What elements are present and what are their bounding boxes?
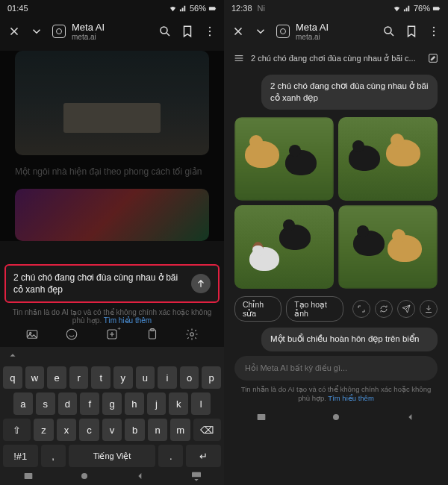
app-title[interactable]: Meta AI meta.ai <box>52 22 149 41</box>
key-,[interactable]: , <box>41 445 66 467</box>
key-b[interactable]: b <box>125 419 145 441</box>
key-f[interactable]: f <box>80 392 99 415</box>
svg-point-9 <box>67 329 78 340</box>
key-↵[interactable]: ↵ <box>186 445 221 467</box>
key-n[interactable]: n <box>148 419 168 441</box>
key-z[interactable]: z <box>34 419 54 441</box>
signal-icon <box>403 4 411 13</box>
bookmark-icon[interactable] <box>405 25 418 38</box>
key-.[interactable]: . <box>158 445 183 467</box>
key-x[interactable]: x <box>57 419 77 441</box>
app-bar: Meta AI meta.ai <box>0 16 224 46</box>
key-y[interactable]: y <box>113 366 133 389</box>
status-icons: 56% <box>169 4 217 13</box>
generated-image-2[interactable] <box>338 117 438 201</box>
keyboard-suggestions <box>0 347 224 363</box>
emoji-icon[interactable] <box>65 328 78 344</box>
nav-recent-icon[interactable] <box>255 411 267 423</box>
expand-icon[interactable] <box>7 350 18 360</box>
clipboard-icon[interactable] <box>146 328 159 344</box>
generated-image-1[interactable] <box>234 117 334 201</box>
input-bar-highlight: 2 chú chó đang chơi đùa cùng nhau ở bãi … <box>4 264 220 303</box>
download-icon[interactable] <box>420 300 438 318</box>
image-icon[interactable] <box>25 328 39 344</box>
close-icon[interactable] <box>231 25 245 38</box>
nav-back-icon[interactable] <box>405 411 417 423</box>
svg-point-22 <box>433 31 435 32</box>
message-input[interactable]: Hỏi Meta AI bất kỳ điều gì... <box>234 356 438 381</box>
edit-button[interactable]: Chỉnh sửa <box>234 296 281 322</box>
key-c[interactable]: c <box>79 419 99 441</box>
status-time: 01:45 <box>7 4 28 13</box>
key-⌫[interactable]: ⌫ <box>193 419 221 441</box>
key-q[interactable]: q <box>3 366 22 389</box>
svg-rect-14 <box>24 473 32 479</box>
key-a[interactable]: a <box>13 392 33 415</box>
more-icon[interactable] <box>203 25 217 38</box>
image-caption: Một ngôi nhà hiện đại theo phong cách tố… <box>0 160 224 181</box>
status-bar: 01:45 56% <box>0 0 224 16</box>
app-bar: Meta AI meta.ai <box>224 16 448 46</box>
text-generate-icon[interactable]: + <box>105 328 119 344</box>
message-input[interactable]: 2 chú chó đang chơi đùa cùng nhau ở bãi … <box>4 264 220 303</box>
nav-home-icon[interactable] <box>330 411 342 423</box>
key-⇧[interactable]: ⇧ <box>3 419 31 441</box>
key-g[interactable]: g <box>102 392 122 415</box>
svg-rect-18 <box>439 7 440 9</box>
message-input-text[interactable]: 2 chú chó đang chơi đùa cùng nhau ở bãi … <box>13 272 185 295</box>
app-title[interactable]: Meta AI meta.ai <box>276 22 373 41</box>
menu-icon[interactable] <box>233 52 245 64</box>
user-message-2: Một buổi chiều hoàn hôn đẹp trên biển <box>261 328 438 351</box>
key-l[interactable]: l <box>191 392 211 415</box>
key-d[interactable]: d <box>58 392 78 415</box>
key-e[interactable]: e <box>47 366 66 389</box>
key-m[interactable]: m <box>170 419 190 441</box>
key-v[interactable]: v <box>102 419 122 441</box>
key-h[interactable]: h <box>125 392 144 415</box>
keyboard[interactable]: qwertyuiop asdfghjkl ⇧zxcvbnm⌫ !#1,Tiếng… <box>0 347 224 485</box>
nav-home-icon[interactable] <box>78 470 90 482</box>
status-carrier: Ni <box>258 4 265 13</box>
nav-recent-icon[interactable] <box>22 470 34 482</box>
key-u[interactable]: u <box>136 366 155 389</box>
key-k[interactable]: k <box>169 392 188 415</box>
refresh-icon[interactable] <box>375 300 393 318</box>
input-toolbar: + <box>0 325 224 347</box>
share-icon[interactable] <box>397 300 415 318</box>
more-icon[interactable] <box>427 25 441 38</box>
animate-button[interactable]: Tạo hoạt ảnh <box>286 296 343 322</box>
key-r[interactable]: r <box>69 366 89 389</box>
key-i[interactable]: i <box>158 366 177 389</box>
generated-image-grid <box>224 114 448 292</box>
generated-image-4[interactable] <box>338 205 438 289</box>
gear-icon[interactable] <box>185 328 199 344</box>
chevron-down-icon[interactable] <box>254 25 267 38</box>
search-icon[interactable] <box>382 25 396 38</box>
key-t[interactable]: t <box>91 366 111 389</box>
ai-logo-icon <box>52 25 66 38</box>
learn-more-link[interactable]: Tìm hiểu thêm <box>104 316 152 325</box>
key-p[interactable]: p <box>202 366 221 389</box>
chevron-down-icon[interactable] <box>30 25 43 38</box>
key-s[interactable]: s <box>36 392 55 415</box>
prompt-chip[interactable]: 2 chú chó đang chơi đùa cùng nhau ở bãi … <box>251 54 421 63</box>
search-icon[interactable] <box>158 25 172 38</box>
close-icon[interactable] <box>7 25 21 38</box>
key-o[interactable]: o <box>180 366 199 389</box>
expand-icon[interactable] <box>352 300 370 318</box>
status-bar: 12:38 Ni 76% <box>224 0 448 16</box>
keyboard-hide-icon[interactable] <box>190 470 202 482</box>
nav-back-icon[interactable] <box>134 470 146 482</box>
bookmark-icon[interactable] <box>181 25 194 38</box>
key-!#1[interactable]: !#1 <box>3 445 38 467</box>
key-Tiếng Việt[interactable]: Tiếng Việt <box>69 445 155 467</box>
compose-icon[interactable] <box>427 52 439 64</box>
generated-image-toy[interactable] <box>15 189 209 241</box>
generated-image-3[interactable] <box>234 205 334 289</box>
send-button[interactable] <box>191 274 211 293</box>
svg-point-21 <box>433 27 435 28</box>
key-j[interactable]: j <box>147 392 167 415</box>
key-w[interactable]: w <box>25 366 45 389</box>
generated-image-room[interactable] <box>15 51 209 155</box>
learn-more-link[interactable]: Tìm hiểu thêm <box>328 394 373 402</box>
